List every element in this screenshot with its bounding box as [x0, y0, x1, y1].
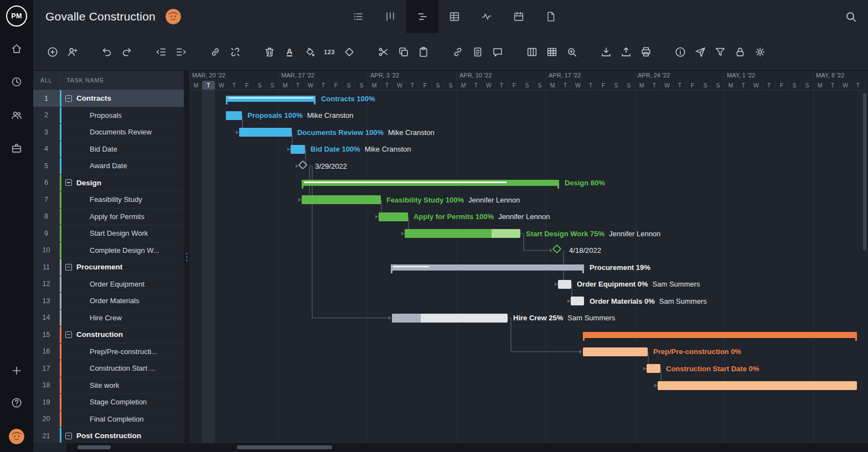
toolbar-delete-task-button[interactable] [264, 46, 276, 58]
task-name-cell[interactable]: Complete Design W... [60, 242, 184, 259]
table-scrollbar-thumb[interactable] [78, 445, 111, 449]
toolbar-filter-button[interactable] [714, 46, 726, 58]
task-row-number[interactable]: 20 [33, 411, 60, 428]
task-name-cell[interactable]: Apply for Permits [60, 209, 184, 225]
toolbar-notes-button[interactable] [472, 46, 484, 58]
toolbar-add-task-button[interactable] [46, 46, 59, 58]
collapse-icon[interactable] [65, 331, 72, 338]
task-row[interactable]: 11Procurement [33, 259, 184, 276]
gantt-bar-order-equipment[interactable] [558, 280, 571, 289]
task-row-number[interactable]: 21 [33, 428, 60, 443]
tab-sheet-view[interactable] [438, 0, 471, 33]
tab-activity-view[interactable] [471, 0, 503, 33]
toolbar-indent-button[interactable] [175, 46, 187, 58]
column-header-all[interactable]: ALL [33, 71, 60, 90]
task-row-number[interactable]: 1 [33, 90, 60, 107]
task-row-number[interactable]: 11 [33, 259, 60, 276]
task-name-cell[interactable]: Design [60, 175, 184, 191]
user-avatar[interactable] [9, 429, 24, 444]
task-name-cell[interactable]: Construction [60, 326, 184, 343]
nav-team[interactable] [11, 109, 23, 121]
task-row[interactable]: 15Construction [33, 326, 184, 344]
task-row-number[interactable]: 2 [33, 107, 60, 124]
task-row[interactable]: 9Start Design Work [33, 225, 184, 242]
toolbar-info-button[interactable] [674, 46, 686, 58]
nav-home[interactable] [11, 43, 23, 55]
gantt-bar-order-materials[interactable] [571, 297, 584, 305]
task-row[interactable]: 20Final Completion [33, 411, 184, 428]
task-row[interactable]: 3Documents Review [33, 124, 184, 141]
toolbar-redo-button[interactable] [121, 46, 133, 58]
task-name-cell[interactable]: Feasibility Study [60, 191, 184, 208]
task-name-cell[interactable]: Stage Completion [60, 394, 184, 411]
task-name-cell[interactable]: Construction Start ... [60, 360, 184, 377]
gantt-bar-start-design-work[interactable] [405, 229, 520, 238]
gantt-bar-bid-date[interactable] [291, 145, 305, 154]
gantt-bar-hire-crew[interactable] [392, 314, 508, 323]
column-header-task-name[interactable]: TASK NAME [60, 71, 184, 90]
task-name-cell[interactable]: Site work [60, 377, 184, 394]
gantt-bar-apply-for-permits[interactable] [379, 212, 408, 221]
task-row[interactable]: 19Stage Completion [33, 394, 184, 411]
nav-portfolio[interactable] [11, 142, 23, 154]
gantt-bar-feasibility-study[interactable] [302, 195, 381, 204]
task-row-number[interactable]: 4 [33, 141, 60, 158]
toolbar-import-button[interactable] [600, 46, 612, 58]
gantt-summary-bar-procurement[interactable] [391, 264, 584, 271]
collapse-icon[interactable] [65, 95, 72, 102]
toolbar-number-format-button[interactable]: 123 [323, 46, 335, 58]
task-row-number[interactable]: 15 [33, 326, 60, 343]
tab-gantt-view[interactable] [406, 0, 438, 33]
tab-list-view[interactable] [342, 0, 374, 33]
nav-help[interactable] [11, 397, 23, 409]
task-row[interactable]: 18Site work [33, 377, 184, 394]
task-name-cell[interactable]: Award Date [60, 158, 184, 174]
task-row[interactable]: 16Prep/Pre-constructi... [33, 344, 184, 361]
toolbar-cut-button[interactable] [378, 46, 390, 58]
app-logo[interactable]: PM [6, 6, 27, 27]
task-name-cell[interactable]: Proposals [60, 107, 184, 124]
task-name-cell[interactable]: Start Design Work [60, 225, 184, 242]
nav-plus[interactable] [11, 365, 23, 377]
task-name-cell[interactable]: Contracts [60, 90, 184, 107]
task-row[interactable]: 7Feasibility Study [33, 191, 184, 209]
toolbar-settings-button[interactable] [754, 46, 766, 58]
toolbar-comment-button[interactable] [492, 46, 504, 58]
tab-calendar-view[interactable] [503, 0, 535, 33]
task-name-cell[interactable]: Post Construction [60, 428, 184, 443]
toolbar-zoom-button[interactable] [566, 46, 578, 58]
gantt-summary-bar-contracts[interactable] [226, 96, 316, 102]
task-row-number[interactable]: 18 [33, 377, 60, 394]
gantt-milestone-design-milestone[interactable] [552, 245, 561, 254]
task-row[interactable]: 12Order Equipment [33, 276, 184, 293]
task-row-number[interactable]: 5 [33, 158, 60, 174]
task-name-cell[interactable]: Order Materials [60, 293, 184, 309]
task-name-cell[interactable]: Procurement [60, 259, 184, 276]
panel-splitter[interactable] [184, 71, 189, 443]
collapse-icon[interactable] [65, 433, 72, 439]
task-row-number[interactable]: 10 [33, 242, 60, 259]
task-name-cell[interactable]: Documents Review [60, 124, 184, 141]
gantt-milestone-award-date[interactable] [298, 160, 307, 169]
task-row[interactable]: 4Bid Date [33, 141, 184, 158]
task-name-cell[interactable]: Hire Crew [60, 310, 184, 326]
task-row-number[interactable]: 6 [33, 175, 60, 191]
task-name-cell[interactable]: Prep/Pre-constructi... [60, 344, 184, 360]
task-name-cell[interactable]: Bid Date [60, 141, 184, 158]
toolbar-unlink-tasks-button[interactable] [229, 46, 241, 58]
task-row-number[interactable]: 9 [33, 225, 60, 242]
toolbar-export-button[interactable] [620, 46, 632, 58]
toolbar-attach-link-button[interactable] [452, 46, 464, 58]
tab-board-view[interactable] [374, 0, 406, 33]
toolbar-milestone-button[interactable] [343, 46, 355, 58]
task-row[interactable]: 2Proposals [33, 107, 184, 124]
task-row[interactable]: 17Construction Start ... [33, 360, 184, 377]
collapse-icon[interactable] [65, 179, 72, 186]
task-row-number[interactable]: 12 [33, 276, 60, 293]
toolbar-undo-button[interactable] [101, 46, 113, 58]
gantt-bar-site-work[interactable] [658, 381, 857, 390]
tab-doc-view[interactable] [535, 0, 567, 33]
gantt-summary-bar-construction[interactable] [583, 332, 857, 338]
task-row-number[interactable]: 17 [33, 360, 60, 377]
gantt-scrollbar-thumb[interactable] [237, 445, 332, 449]
